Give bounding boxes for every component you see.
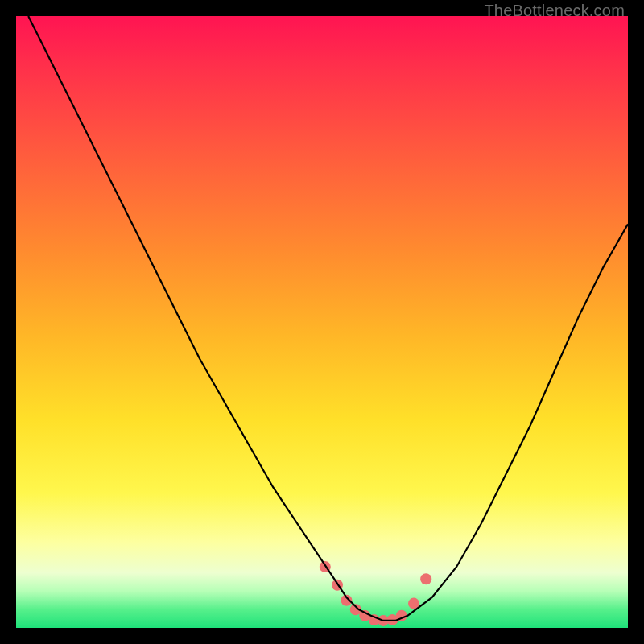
- plot-area: [16, 16, 628, 628]
- chart-frame: TheBottleneck.com: [0, 0, 644, 644]
- curve-svg: [16, 16, 628, 628]
- bottleneck-curve: [28, 16, 628, 621]
- marker-group: [320, 561, 431, 626]
- highlight-dot: [420, 573, 431, 584]
